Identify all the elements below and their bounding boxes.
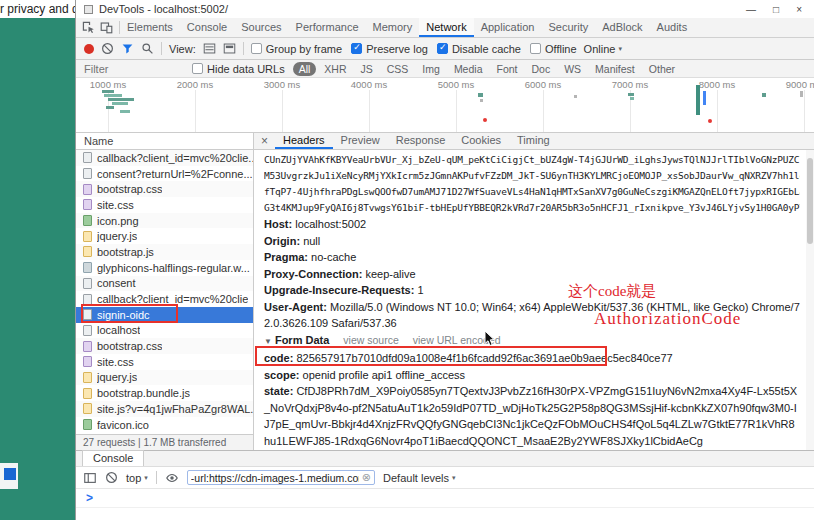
filter-pill[interactable]: Doc [526,62,557,76]
request-row[interactable]: signin-oidc [76,307,253,323]
overview-bar [630,97,634,100]
toolbar-checkbox[interactable]: Disable cache [437,43,521,55]
checkbox-box[interactable] [351,43,362,54]
request-row[interactable]: callback?client_id=mvc%20clie [76,291,253,307]
network-filter-bar: Hide data URLs All XHR JS CSS Img Media … [76,60,814,78]
minimize-button[interactable]: — [746,4,756,15]
filter-pill[interactable]: CSS [381,62,415,76]
toolbar-checkbox[interactable]: Group by frame [251,43,342,55]
request-row[interactable]: favicon.ico [76,417,253,433]
clear-console-icon[interactable] [105,471,118,484]
filter-input[interactable] [84,63,184,75]
devtools-tab[interactable]: Console [180,18,234,37]
scrollbar[interactable] [806,150,814,450]
filter-pill[interactable]: Manifest [589,62,641,76]
overview-gridline [282,90,283,132]
maximize-button[interactable]: □ [773,4,779,15]
console-prompt[interactable]: > [76,489,814,508]
small-rows-icon[interactable] [203,42,216,55]
name-column-header[interactable]: Name [76,133,253,150]
filter-pill[interactable]: JS [355,62,379,76]
overview-gridline [543,90,544,132]
overview-toggle-icon[interactable] [223,42,236,55]
request-row[interactable]: localhost [76,323,253,339]
checkbox-box[interactable] [192,63,203,74]
devtools-tab[interactable]: Sources [234,18,288,37]
devtools-tabbar: Elements Console Sources Performance Mem… [76,18,814,38]
request-name: site.css [97,356,134,368]
console-sidebar-icon[interactable] [83,471,97,485]
request-row[interactable]: callback?client_id=mvc%20clie... [76,150,253,166]
toolbar-checkbox[interactable]: Offline [530,43,577,55]
checkbox-box[interactable] [251,43,262,54]
checkbox-label: Group by frame [266,43,342,55]
eye-icon[interactable] [165,471,179,485]
details-tab[interactable]: Cookies [453,133,509,149]
triangle-down-icon[interactable]: ▼ [264,337,272,346]
request-row[interactable]: site.js?v=4q1jwFhaPaZgr8WAL... [76,401,253,417]
devtools-tab[interactable]: Elements [120,18,180,37]
request-row[interactable]: consent [76,276,253,292]
filter-pill[interactable]: Font [490,62,523,76]
form-data-line: code825657917b7010dfd09a1008e4f1b6fcadd9… [264,350,800,367]
scrollbar-thumb[interactable] [807,158,813,244]
request-row[interactable]: glyphicons-halflings-regular.w... [76,260,253,276]
clear-input-icon[interactable]: ⊗ [362,471,371,484]
devtools-tab[interactable]: Audits [650,18,695,37]
close-details-icon[interactable]: × [254,133,275,149]
request-name: signin-oidc [97,309,150,321]
devtools-tab[interactable]: Memory [366,18,420,37]
request-row[interactable]: site.css [76,197,253,213]
request-row[interactable]: site.css [76,354,253,370]
devtools-tab[interactable]: Application [474,18,542,37]
view-source-link[interactable]: view source [343,334,398,346]
device-toolbar-icon[interactable] [100,21,113,34]
console-filter-input[interactable] [191,472,359,484]
details-tab[interactable]: Timing [509,133,558,149]
request-row[interactable]: jquery.js [76,370,253,386]
annotation-text-line1: 这个code就是 [568,282,656,301]
overview-bar [800,91,803,97]
header-name: Host [264,218,295,230]
devtools-tab[interactable]: Security [541,18,595,37]
details-tab[interactable]: Preview [333,133,388,149]
devtools-tab[interactable]: Network [419,18,473,37]
devtools-tab[interactable]: AdBlock [595,18,649,37]
clear-icon[interactable] [101,42,114,55]
request-row[interactable]: bootstrap.css [76,338,253,354]
filter-pill[interactable]: WS [558,62,587,76]
request-row[interactable]: consent?returnUrl=%2Fconne... [76,166,253,182]
filter-pill[interactable]: Img [416,62,446,76]
record-icon[interactable] [84,44,94,54]
request-row[interactable]: bootstrap.css [76,181,253,197]
log-levels-dropdown[interactable]: Default levels ▾ [383,472,456,484]
console-drawer-tab[interactable]: Console [82,450,144,466]
request-name: consent [97,277,136,289]
hide-data-urls-checkbox[interactable]: Hide data URLs [192,63,285,75]
details-tab[interactable]: Headers [275,133,333,149]
filter-pill[interactable]: All [293,62,317,76]
close-button[interactable]: × [796,4,802,15]
form-data-section-header[interactable]: ▼Form Dataview sourceview URL encoded [264,332,800,351]
filter-icon[interactable] [121,42,134,55]
overview-gridline [456,90,457,132]
request-row[interactable]: bootstrap.js [76,244,253,260]
inspect-element-icon[interactable] [82,21,95,34]
network-overview[interactable]: 1000 ms 2000 ms 3000 ms 4000 ms 5000 ms … [76,78,814,133]
details-tab[interactable]: Response [388,133,454,149]
request-row[interactable]: jquery.js [76,228,253,244]
request-row[interactable]: icon.png [76,213,253,229]
checkbox-box[interactable] [530,43,541,54]
divider [161,42,162,55]
filter-pill[interactable]: Media [448,62,489,76]
toolbar-checkbox[interactable]: Preserve log [351,43,428,55]
request-row[interactable]: bootstrap.bundle.js [76,385,253,401]
overview-tick-label: 9000 ms [786,79,814,90]
filter-pill[interactable]: XHR [318,62,352,76]
filter-pill[interactable]: Other [643,62,681,76]
checkbox-box[interactable] [437,43,448,54]
devtools-tab[interactable]: Performance [289,18,366,37]
execution-context-dropdown[interactable]: top ▾ [126,472,148,484]
search-icon[interactable] [141,42,154,55]
throttling-dropdown[interactable]: Online ▾ [584,43,622,55]
